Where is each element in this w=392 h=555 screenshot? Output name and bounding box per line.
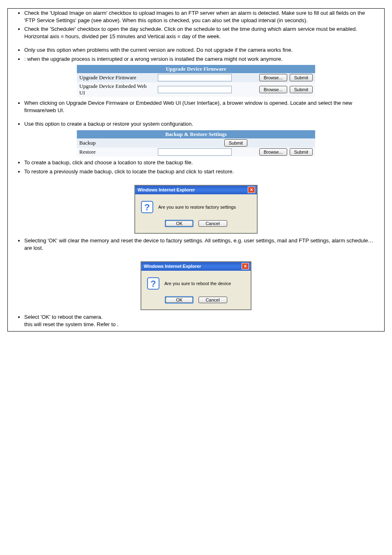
- ie-dialog-restore-factory: Windows Internet Explorer × ? Are you su…: [134, 185, 258, 234]
- submit-button[interactable]: Submit: [290, 86, 313, 93]
- dialog-message: Are you sure to restore factory settings: [158, 205, 236, 210]
- list-item: To restore a previously made backup, cli…: [24, 168, 377, 175]
- ie-dialog-reboot: Windows Internet Explorer × ? Are you su…: [141, 261, 251, 310]
- bullets-reboot: Select 'OK' to reboot the camera. this w…: [24, 313, 377, 328]
- submit-button[interactable]: Submit: [290, 148, 313, 156]
- close-icon[interactable]: ×: [242, 263, 249, 269]
- panel-title: Upgrade Device Firmware: [77, 65, 315, 73]
- panel-title: Backup & Restore Settings: [77, 130, 315, 138]
- file-input[interactable]: [158, 74, 232, 81]
- bullets-backup-restore-intro: Use this option to create a backup or re…: [24, 120, 377, 128]
- submit-button[interactable]: Submit: [224, 139, 247, 147]
- row-label: Backup: [77, 138, 155, 147]
- ok-button[interactable]: OK: [165, 220, 194, 227]
- browse-button[interactable]: Browse...: [259, 148, 287, 156]
- cancel-button[interactable]: Cancel: [198, 297, 227, 303]
- list-item: Use this option to create a backup or re…: [24, 120, 377, 128]
- dialog-message: Are you sure to reboot the device: [164, 281, 231, 286]
- list-item: : when the upgrade process is interrupte…: [24, 55, 377, 63]
- page-content: Check the 'Upload Image on alarm' checkb…: [7, 8, 385, 332]
- list-item: Check the 'Upload Image on alarm' checkb…: [24, 9, 377, 24]
- row-label: Upgrade Device Firmware: [77, 73, 155, 82]
- list-item: Selecting 'OK' will clear the memory and…: [24, 237, 377, 251]
- dialog-title: Windows Internet Explorer: [138, 187, 195, 192]
- submit-button[interactable]: Submit: [290, 74, 313, 81]
- bullets-backup-steps: To create a backup, click and choose a l…: [24, 159, 377, 175]
- list-item: When clicking on Upgrade Device Firmware…: [24, 99, 377, 114]
- bullets-upgrade-explain: When clicking on Upgrade Device Firmware…: [24, 99, 377, 114]
- browse-button[interactable]: Browse...: [259, 86, 287, 93]
- list-item: Check the 'Scheduler' checkbox to open t…: [24, 25, 377, 40]
- backup-restore-panel: Backup & Restore Settings Backup Submit …: [77, 130, 315, 157]
- question-icon: ?: [147, 277, 159, 290]
- bullets-upload-scheduler: Check the 'Upload Image on alarm' checkb…: [24, 9, 377, 40]
- bullets-factory-reset: Selecting 'OK' will clear the memory and…: [24, 237, 377, 251]
- list-item: Only use this option when problems with …: [24, 46, 377, 54]
- file-input[interactable]: [158, 148, 232, 156]
- upgrade-firmware-panel: Upgrade Device Firmware Upgrade Device F…: [77, 65, 315, 97]
- dialog-title: Windows Internet Explorer: [144, 264, 201, 269]
- cancel-button[interactable]: Cancel: [198, 220, 227, 227]
- close-icon[interactable]: ×: [248, 187, 255, 193]
- row-label: Upgrade Device Embeded Web UI: [77, 82, 155, 97]
- bullets-warning: Only use this option when problems with …: [24, 46, 377, 62]
- question-icon: ?: [141, 201, 153, 213]
- file-input[interactable]: [158, 86, 232, 93]
- list-item: Select 'OK' to reboot the camera. this w…: [24, 313, 377, 328]
- row-label: Restore: [77, 147, 155, 157]
- ok-button[interactable]: OK: [165, 296, 194, 304]
- list-item: To create a backup, click and choose a l…: [24, 159, 377, 166]
- browse-button[interactable]: Browse...: [259, 74, 287, 81]
